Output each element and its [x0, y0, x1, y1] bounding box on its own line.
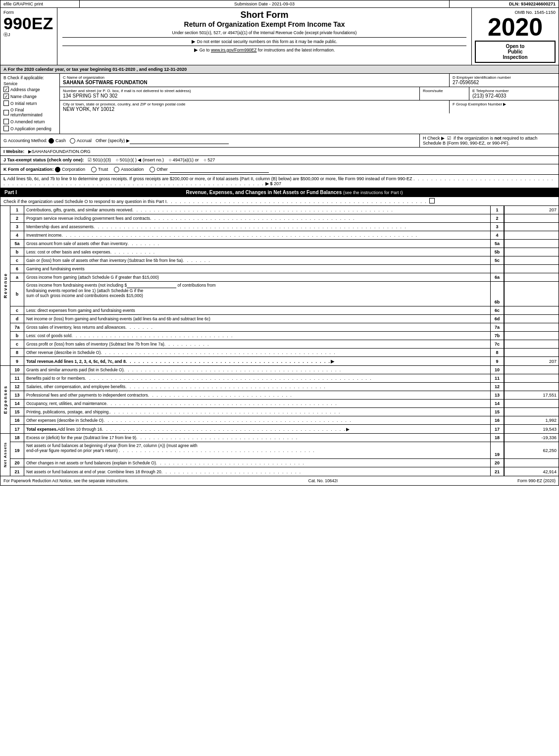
- row-ref: 15: [490, 408, 504, 416]
- tax-status-527[interactable]: ○ 527: [203, 157, 215, 162]
- row-ref: 5c: [490, 256, 504, 264]
- row-ref: 6a: [490, 273, 504, 281]
- tax-status-501c3[interactable]: ☑ 501(c)(3): [88, 157, 111, 162]
- assoc-label: Association: [121, 167, 144, 172]
- row-amount: [504, 332, 559, 340]
- part-i-label: Part I: [4, 190, 34, 195]
- name-change-checkbox[interactable]: ✓: [3, 94, 9, 99]
- row-num: 4: [10, 231, 24, 239]
- accrual-radio[interactable]: [70, 138, 75, 144]
- form-number: 990EZ: [3, 15, 54, 32]
- k-label: K Form of organization:: [3, 167, 54, 172]
- l-label: L: [3, 176, 6, 181]
- website-url: ▶SAHANAFOUNDATION.ORG: [28, 149, 91, 154]
- row-num: b: [10, 248, 24, 256]
- corp-check[interactable]: [55, 167, 60, 172]
- row-ref: 20: [490, 459, 504, 467]
- table-row: 2 Program service revenue including gove…: [10, 214, 559, 223]
- accrual-label: Accrual: [77, 138, 92, 143]
- row-amount: 207: [504, 206, 559, 214]
- tax-status-4947[interactable]: ○ 4947(a)(1) or: [169, 157, 199, 162]
- table-row: c Gross profit or (loss) from sales of i…: [10, 340, 559, 349]
- row-ref: 7c: [490, 340, 504, 348]
- final-return-checkbox[interactable]: [3, 110, 9, 115]
- cash-label: Cash: [55, 138, 66, 143]
- service-label: Service: [3, 81, 56, 86]
- initial-return-checkbox[interactable]: [3, 101, 9, 106]
- row-amount: [504, 349, 559, 356]
- app-pending-checkbox[interactable]: [3, 126, 9, 131]
- row-amount: [504, 248, 559, 256]
- table-row: 14 Occupancy, rent, utilities, and maint…: [10, 400, 559, 408]
- row-num: 5a: [10, 240, 24, 248]
- row-desc: Professional fees and other payments to …: [24, 391, 490, 399]
- row-num: 9: [10, 357, 24, 365]
- row-amount: 62,250: [504, 442, 559, 458]
- check-schedule-o-text: Check if the organization used Schedule …: [3, 199, 166, 204]
- check-applicable-label: B Check if applicable:: [3, 75, 56, 80]
- row-amount: [504, 231, 559, 239]
- row-amount: [504, 383, 559, 391]
- row-num: b: [10, 282, 24, 306]
- i-label: I Website:: [3, 149, 24, 154]
- row-num: 8: [10, 349, 24, 356]
- under-section-text: Under section 501(c), 527, or 4947(a)(1)…: [62, 30, 466, 35]
- other-check[interactable]: [150, 167, 155, 172]
- row-desc: Printing, publications, postage, and shi…: [24, 408, 490, 416]
- city-label: City or town, state or province, country…: [63, 102, 446, 106]
- other-org-label: Other: [156, 167, 168, 172]
- row-desc: Net assets or fund balances at beginning…: [24, 442, 490, 458]
- row-num: 21: [10, 467, 24, 476]
- row-desc: Salaries, other compensation, and employ…: [24, 383, 490, 391]
- tax-status-501c[interactable]: ○ 501(c)( ) ◀ (insert no.): [116, 157, 164, 162]
- row-amount: [504, 400, 559, 407]
- org-name-value: SAHANA SOFTWARE FOUNDATION: [63, 80, 446, 85]
- trust-check[interactable]: [91, 167, 97, 172]
- row-desc: Gross sales of inventory, less returns a…: [24, 323, 490, 331]
- table-row: 11 Benefits paid to or for members . . .…: [10, 374, 559, 383]
- h-label: H Check ▶: [423, 136, 445, 141]
- expenses-vertical-label: Expenses: [3, 385, 8, 414]
- row-desc: Gross profit or (loss) from sales of inv…: [24, 340, 490, 348]
- amended-return-checkbox[interactable]: [3, 119, 9, 124]
- trust-label: Trust: [98, 167, 108, 172]
- row-amount: [504, 306, 559, 314]
- row-num: 17: [10, 425, 24, 433]
- address-change-checkbox[interactable]: ✓: [3, 87, 9, 92]
- row-amount: [504, 315, 559, 323]
- row-desc: Less: direct expenses from gaming and fu…: [24, 306, 490, 314]
- cash-radio[interactable]: [49, 138, 54, 144]
- row-num: 12: [10, 383, 24, 391]
- other-label: Other (specify) ▶: [96, 138, 130, 143]
- ein-value: 27-0596562: [453, 80, 556, 85]
- row-num: 15: [10, 408, 24, 416]
- table-row: 5a Gross amount from sale of assets othe…: [10, 240, 559, 248]
- table-row: d Net income or (loss) from gaming and f…: [10, 315, 559, 323]
- assoc-check[interactable]: [114, 167, 119, 172]
- page: efile GRAPHIC print Submission Date - 20…: [0, 0, 559, 756]
- row-ref: 5a: [490, 240, 504, 248]
- row-desc: Gain or (loss) from sale of assets other…: [24, 256, 490, 264]
- tax-year-text: A For the 2020 calendar year, or tax yea…: [3, 67, 187, 72]
- tax-year-row: A For the 2020 calendar year, or tax yea…: [0, 65, 559, 74]
- row-ref: 19: [490, 442, 504, 458]
- schedule-o-checkbox[interactable]: [429, 198, 436, 204]
- row-amount: [504, 223, 559, 231]
- address-change-label: Address charge: [10, 87, 40, 92]
- row-desc: Gaming and fundraising events: [24, 265, 490, 273]
- row-ref: 5b: [490, 248, 504, 256]
- row-ref: 14: [490, 400, 504, 407]
- expenses-section: Expenses 10 Grants and similar amounts p…: [0, 366, 559, 434]
- row-desc: Occupancy, rent, utilities, and maintena…: [24, 400, 490, 407]
- row-ref: 6b: [490, 282, 504, 306]
- row-ref: 17: [490, 425, 504, 433]
- row-amount: [504, 408, 559, 416]
- row-desc: Benefits paid to or for members . . . . …: [24, 374, 490, 382]
- row-ref: 18: [490, 434, 504, 442]
- table-row: 13 Professional fees and other payments …: [10, 391, 559, 400]
- row-num: 14: [10, 400, 24, 407]
- row-ref: 7b: [490, 332, 504, 340]
- l-arrow: ▶ $: [265, 181, 274, 186]
- ein-label: D Employer identification number: [453, 75, 556, 80]
- dln-number: DLN: 93492246600271: [450, 0, 559, 7]
